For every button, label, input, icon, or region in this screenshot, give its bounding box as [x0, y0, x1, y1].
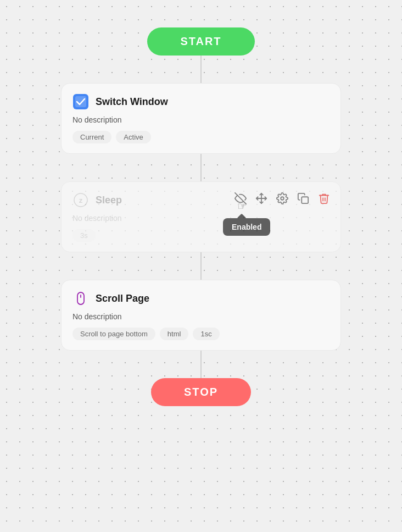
connector-2 [200, 154, 202, 181]
hide-icon-button[interactable]: Enabled ☞ [233, 191, 248, 206]
connector-3 [200, 252, 202, 280]
tag-1sc: 1sc [193, 328, 219, 340]
sleep-tags: 3s [72, 229, 330, 242]
tag-3s: 3s [72, 229, 96, 242]
switch-window-description: No description [72, 115, 330, 124]
svg-point-7 [281, 197, 284, 200]
connector-4 [200, 351, 202, 378]
scroll-page-icon [72, 290, 89, 307]
start-node[interactable]: START [147, 27, 254, 56]
tag-current: Current [72, 131, 111, 143]
svg-rect-9 [77, 292, 84, 304]
switch-window-node: Switch Window No description Current Act… [61, 83, 341, 154]
scroll-page-tags: Scroll to page bottom html 1sc [72, 328, 330, 340]
sleep-description: No description [72, 214, 330, 223]
connector-1 [200, 56, 202, 83]
scroll-page-node: Scroll Page No description Scroll to pag… [61, 280, 341, 351]
sleep-action-bar: Enabled ☞ [233, 191, 332, 206]
tag-html: html [160, 328, 189, 340]
sleep-node: z Sleep No description 3s Enabled ☞ [61, 181, 341, 252]
scroll-page-header: Scroll Page [72, 290, 330, 307]
scroll-page-description: No description [72, 312, 330, 321]
delete-icon-button[interactable] [316, 191, 332, 206]
move-icon-button[interactable] [254, 191, 269, 206]
switch-window-header: Switch Window [72, 93, 330, 110]
switch-window-title: Switch Window [96, 96, 168, 108]
duplicate-icon-button[interactable] [295, 191, 311, 206]
switch-window-tags: Current Active [72, 131, 330, 143]
settings-icon-button[interactable] [275, 191, 290, 206]
switch-window-icon [72, 93, 89, 110]
tag-active: Active [116, 131, 150, 143]
enabled-tooltip: Enabled [223, 218, 270, 236]
sleep-title: Sleep [96, 195, 122, 206]
tag-scroll-bottom: Scroll to page bottom [72, 328, 155, 340]
start-button[interactable]: START [147, 27, 254, 56]
svg-text:z: z [79, 196, 83, 204]
stop-node[interactable]: STOP [151, 378, 251, 406]
stop-button[interactable]: STOP [151, 378, 251, 406]
scroll-page-title: Scroll Page [96, 293, 149, 304]
svg-rect-8 [302, 197, 308, 203]
sleep-icon: z [72, 192, 89, 208]
